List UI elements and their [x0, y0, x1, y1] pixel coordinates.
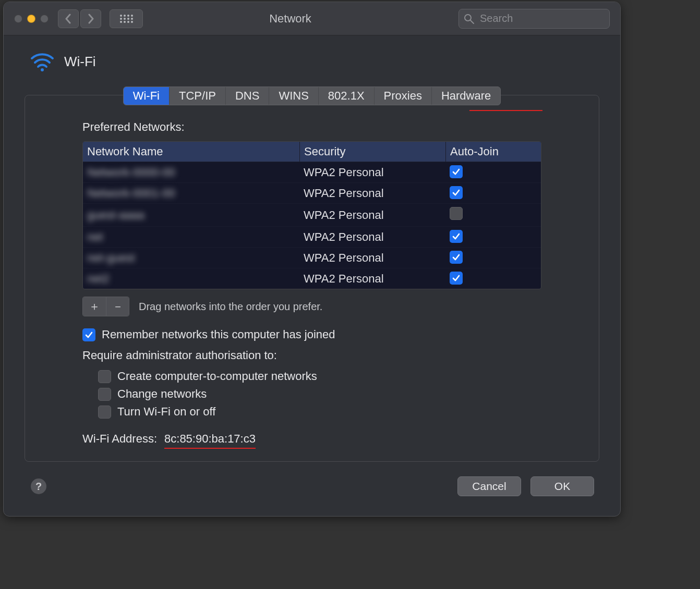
autojoin-checkbox[interactable]: [450, 165, 463, 178]
tab-wifi[interactable]: Wi-Fi: [124, 87, 169, 105]
require-row[interactable]: Turn Wi-Fi on or off: [98, 405, 541, 419]
search-input[interactable]: [458, 9, 610, 29]
add-remove-row: ＋ － Drag networks into the order you pre…: [82, 297, 541, 316]
add-network-button[interactable]: ＋: [83, 297, 106, 316]
table-header-row: Network Name Security Auto-Join: [83, 142, 541, 162]
search-icon: [464, 14, 474, 24]
col-header-security[interactable]: Security: [299, 142, 445, 162]
back-button[interactable]: [58, 9, 79, 28]
remove-network-button[interactable]: －: [106, 297, 129, 316]
svg-point-9: [124, 21, 126, 23]
grid-icon: [119, 14, 134, 24]
show-all-button[interactable]: [110, 9, 143, 28]
svg-point-10: [127, 21, 129, 23]
tab-wins[interactable]: WINS: [269, 87, 318, 105]
zoom-icon[interactable]: [40, 15, 49, 23]
help-button[interactable]: ?: [31, 478, 46, 494]
cell-network-name: net-guest: [83, 248, 299, 268]
cell-network-name: Network-0001-00: [83, 183, 299, 203]
table-row[interactable]: Network-0000-00WPA2 Personal: [83, 162, 541, 182]
tabs-row: Wi-FiTCP/IPDNSWINS802.1XProxiesHardware: [25, 87, 599, 105]
svg-point-14: [41, 68, 44, 71]
tabs-segmented: Wi-FiTCP/IPDNSWINS802.1XProxiesHardware: [123, 87, 501, 105]
hardware-underline-annotation: [469, 110, 542, 111]
mac-underline-annotation: [164, 448, 256, 449]
cell-autojoin: [445, 162, 541, 182]
traffic-lights: [14, 15, 49, 23]
svg-point-7: [131, 18, 133, 20]
table-row[interactable]: net-guestWPA2 Personal: [83, 247, 541, 268]
wifi-icon: [30, 51, 55, 72]
cell-autojoin: [445, 248, 541, 268]
table-row[interactable]: netWPA2 Personal: [83, 226, 541, 247]
wifi-address-value: 8c:85:90:ba:17:c3: [164, 432, 256, 445]
titlebar: Network: [4, 2, 620, 35]
tab-8021x[interactable]: 802.1X: [318, 87, 374, 105]
help-icon: ?: [35, 481, 42, 493]
forward-button[interactable]: [80, 9, 101, 28]
footer-buttons: Cancel OK: [457, 476, 594, 496]
autojoin-checkbox[interactable]: [450, 186, 463, 199]
svg-point-0: [120, 15, 122, 17]
autojoin-checkbox[interactable]: [450, 272, 463, 285]
page-title: Wi-Fi: [64, 54, 96, 70]
window-body: Wi-Fi Wi-FiTCP/IPDNSWINS802.1XProxiesHar…: [4, 35, 620, 507]
wifi-address-label: Wi-Fi Address:: [82, 432, 157, 446]
cell-autojoin: [445, 268, 541, 289]
require-label: Change networks: [117, 387, 207, 401]
svg-point-11: [131, 21, 133, 23]
require-admin-title: Require administrator authorisation to:: [82, 349, 541, 362]
cell-network-name: net2: [83, 269, 299, 289]
svg-line-13: [470, 20, 474, 23]
wifi-address-row: Wi-Fi Address: 8c:85:90:ba:17:c3: [82, 432, 541, 446]
table-row[interactable]: Network-0001-00WPA2 Personal: [83, 182, 541, 203]
preferred-networks-title: Preferred Networks:: [82, 120, 541, 134]
svg-point-2: [127, 15, 129, 17]
col-header-name[interactable]: Network Name: [83, 142, 299, 162]
tab-proxies[interactable]: Proxies: [374, 87, 431, 105]
close-icon[interactable]: [14, 15, 22, 23]
table-body: Network-0000-00WPA2 PersonalNetwork-0001…: [83, 162, 541, 289]
remember-networks-row[interactable]: Remember networks this computer has join…: [82, 328, 541, 341]
cell-security: WPA2 Personal: [299, 163, 445, 182]
minus-icon: －: [112, 299, 124, 314]
wifi-panel: Preferred Networks: Network Name Securit…: [25, 95, 599, 462]
minimize-icon[interactable]: [27, 15, 35, 23]
cancel-button[interactable]: Cancel: [457, 476, 521, 496]
require-row[interactable]: Change networks: [98, 387, 541, 401]
cell-autojoin: [445, 204, 541, 226]
require-admin-list: Create computer-to-computer networksChan…: [98, 370, 541, 419]
svg-point-12: [465, 15, 471, 21]
require-checkbox[interactable]: [98, 406, 111, 419]
table-row[interactable]: guest-aaaaWPA2 Personal: [83, 203, 541, 226]
require-checkbox[interactable]: [98, 388, 111, 401]
drag-hint: Drag networks into the order you prefer.: [139, 301, 322, 313]
cell-network-name: Network-0000-00: [83, 163, 299, 182]
network-prefs-window: Network Wi-Fi Wi-FiTCP/IPDNSWINS802.1XPr…: [3, 2, 621, 517]
table-row[interactable]: net2WPA2 Personal: [83, 268, 541, 289]
tab-dns[interactable]: DNS: [225, 87, 269, 105]
svg-point-1: [124, 15, 126, 17]
svg-point-8: [120, 21, 122, 23]
require-checkbox[interactable]: [98, 370, 111, 383]
cell-security: WPA2 Personal: [299, 227, 445, 247]
ok-button[interactable]: OK: [530, 476, 594, 496]
footer: ? Cancel OK: [25, 476, 599, 496]
require-label: Turn Wi-Fi on or off: [117, 405, 215, 419]
cell-autojoin: [445, 227, 541, 247]
col-header-autojoin[interactable]: Auto-Join: [445, 142, 541, 162]
autojoin-checkbox[interactable]: [450, 251, 463, 264]
tab-tcpip[interactable]: TCP/IP: [169, 87, 225, 105]
remember-networks-checkbox[interactable]: [82, 328, 95, 341]
tab-hardware[interactable]: Hardware: [431, 87, 500, 105]
svg-point-3: [131, 15, 133, 17]
require-row[interactable]: Create computer-to-computer networks: [98, 370, 541, 383]
cell-autojoin: [445, 183, 541, 203]
cell-security: WPA2 Personal: [299, 183, 445, 203]
cell-security: WPA2 Personal: [299, 248, 445, 268]
cell-network-name: guest-aaaa: [83, 205, 299, 225]
preferred-networks-table: Network Name Security Auto-Join Network-…: [82, 141, 541, 289]
remember-networks-label: Remember networks this computer has join…: [102, 328, 335, 341]
autojoin-checkbox[interactable]: [450, 230, 463, 243]
autojoin-checkbox[interactable]: [450, 207, 463, 220]
